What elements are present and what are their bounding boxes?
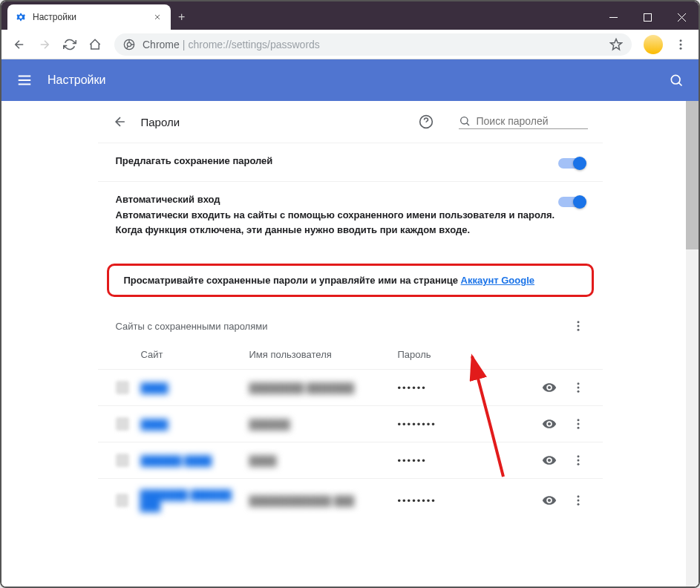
svg-point-22 — [577, 500, 579, 502]
svg-point-8 — [460, 117, 467, 123]
addr-path: chrome://settings/passwords — [188, 39, 319, 50]
addr-protocol: Chrome — [143, 39, 180, 50]
row-menu-button[interactable] — [572, 381, 585, 394]
col-site: Сайт — [116, 349, 249, 360]
auto-signin-row: Автоматический вход Автоматически входит… — [98, 181, 603, 249]
password-masked: •••••• — [398, 455, 542, 466]
browser-tab[interactable]: Настройки — [7, 4, 171, 30]
site-name[interactable]: ████ — [141, 419, 169, 430]
auto-signin-title: Автоматический вход — [116, 194, 558, 205]
auto-signin-desc: Автоматически входить на сайты с помощью… — [116, 208, 558, 237]
svg-point-21 — [577, 495, 579, 497]
page-header: Пароли — [98, 101, 603, 143]
password-row: ████ ████████ ███████ •••••• — [98, 369, 603, 405]
hamburger-menu-icon[interactable] — [16, 72, 33, 88]
password-row: ███████ ██████ ███ ████████████ ███ ••••… — [98, 478, 603, 522]
favicon — [116, 454, 129, 467]
close-window-button[interactable] — [664, 4, 699, 30]
offer-save-title: Предлагать сохранение паролей — [116, 155, 558, 166]
favicon — [116, 381, 129, 394]
show-password-button[interactable] — [542, 493, 557, 508]
search-icon[interactable] — [669, 73, 684, 88]
password-masked: •••••••• — [398, 495, 542, 506]
row-menu-button[interactable] — [572, 454, 585, 467]
reload-button[interactable] — [58, 33, 82, 56]
site-name[interactable]: ██████ ████ — [141, 455, 212, 466]
svg-point-3 — [680, 39, 682, 42]
minimize-button[interactable] — [596, 4, 630, 30]
password-masked: •••••• — [398, 382, 542, 393]
back-arrow-button[interactable] — [113, 114, 128, 129]
svg-point-10 — [577, 325, 579, 327]
auto-signin-toggle[interactable] — [558, 197, 585, 207]
svg-point-19 — [577, 460, 579, 462]
gear-icon — [15, 11, 27, 23]
password-masked: •••••••• — [398, 419, 542, 430]
offer-save-row: Предлагать сохранение паролей — [98, 143, 603, 181]
svg-point-9 — [577, 321, 579, 323]
saved-title: Сайты с сохраненными паролями — [116, 321, 268, 332]
maximize-button[interactable] — [630, 4, 664, 30]
svg-rect-0 — [644, 13, 651, 21]
window-titlebar: Настройки + — [1, 1, 699, 30]
window-controls — [596, 4, 699, 30]
search-input[interactable] — [477, 115, 588, 127]
svg-point-23 — [577, 503, 579, 506]
favicon — [116, 494, 128, 507]
help-icon[interactable] — [419, 114, 434, 129]
site-name[interactable]: ████ — [141, 382, 169, 393]
col-pass: Пароль — [398, 349, 526, 360]
col-user: Имя пользователя — [249, 349, 398, 360]
favicon — [116, 417, 129, 431]
topbar-title: Настройки — [48, 74, 105, 87]
show-password-button[interactable] — [542, 416, 557, 431]
page-title: Пароли — [141, 116, 180, 128]
username: ████████ ███████ — [249, 382, 355, 393]
saved-menu-button[interactable] — [572, 319, 585, 333]
tab-title: Настройки — [33, 12, 76, 22]
highlight-text: Просматривайте сохраненные пароли и упра… — [124, 275, 461, 286]
bookmark-star-icon[interactable] — [609, 38, 623, 51]
browser-menu-button[interactable] — [669, 33, 693, 56]
profile-avatar-button[interactable] — [644, 35, 663, 54]
nav-forward-button[interactable] — [33, 33, 56, 56]
svg-point-5 — [680, 47, 682, 49]
username: ██████ — [249, 419, 290, 430]
svg-point-17 — [577, 427, 579, 429]
svg-point-12 — [577, 382, 579, 385]
password-row: ████ ██████ •••••••• — [98, 405, 603, 442]
saved-passwords-header: Сайты с сохраненными паролями — [98, 297, 603, 340]
vertical-scrollbar[interactable] — [686, 101, 699, 587]
table-header: Сайт Имя пользователя Пароль — [98, 340, 603, 369]
google-account-highlight: Просматривайте сохраненные пароли и упра… — [107, 264, 594, 297]
home-button[interactable] — [83, 33, 107, 56]
svg-point-18 — [577, 455, 579, 457]
svg-point-15 — [577, 419, 579, 421]
site-name[interactable]: ███████ ██████ ███ — [140, 489, 249, 512]
svg-point-16 — [577, 423, 579, 425]
nav-back-button[interactable] — [7, 33, 31, 56]
settings-topbar: Настройки — [1, 59, 699, 101]
scroll-thumb[interactable] — [686, 101, 699, 249]
browser-toolbar: Chrome | chrome://settings/passwords — [1, 30, 699, 59]
password-search-field[interactable] — [459, 115, 588, 129]
svg-point-11 — [577, 329, 579, 331]
address-bar[interactable]: Chrome | chrome://settings/passwords — [114, 33, 632, 56]
svg-point-20 — [577, 463, 579, 466]
google-account-link[interactable]: Аккаунт Google — [461, 275, 534, 286]
chrome-icon — [123, 39, 135, 50]
username: ████ — [249, 455, 277, 466]
svg-point-13 — [577, 387, 579, 389]
new-tab-button[interactable]: + — [171, 4, 192, 30]
show-password-button[interactable] — [542, 453, 557, 468]
password-row: ██████ ████ ████ •••••• — [98, 442, 603, 478]
show-password-button[interactable] — [542, 380, 557, 395]
offer-save-toggle[interactable] — [558, 158, 585, 169]
svg-point-6 — [671, 75, 680, 84]
svg-point-4 — [680, 43, 682, 45]
close-icon[interactable] — [151, 11, 163, 23]
row-menu-button[interactable] — [572, 494, 585, 507]
search-icon — [459, 115, 471, 127]
row-menu-button[interactable] — [572, 417, 585, 431]
svg-point-14 — [577, 391, 579, 393]
